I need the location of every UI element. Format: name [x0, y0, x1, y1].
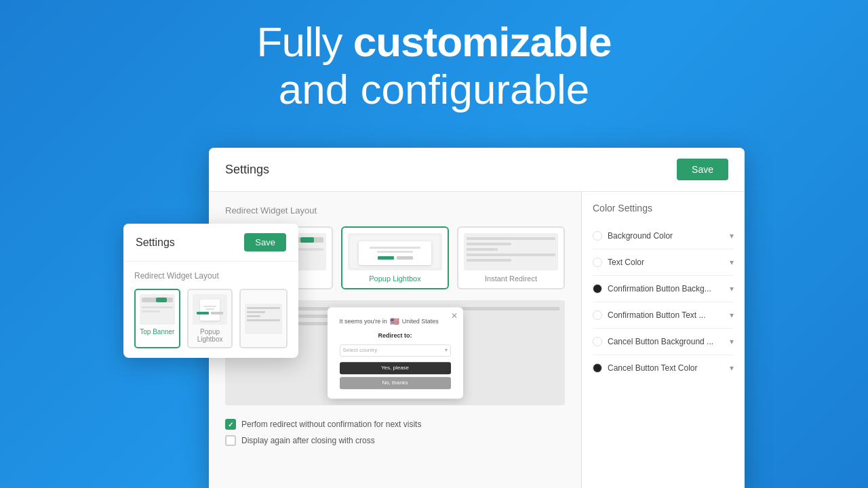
- ssp-top-banner-label: Top Banner: [140, 328, 174, 336]
- popup-modal-select[interactable]: Select country ▾: [340, 344, 451, 357]
- main-save-button[interactable]: Save: [677, 159, 728, 180]
- cancel-bg-dot: [593, 337, 602, 346]
- confirm-text-chevron: ▾: [730, 310, 734, 320]
- hero-line1: Fully customizable: [0, 19, 868, 65]
- text-color-label: Text Color: [608, 258, 644, 267]
- color-row-text-left: Text Color: [593, 258, 644, 267]
- popup-inner: [359, 241, 431, 265]
- ir-line-2: [467, 243, 511, 245]
- cancel-bg-label: Cancel Button Background ...: [608, 337, 713, 346]
- ssp-header: Settings Save: [123, 224, 298, 262]
- hero-line2: and configurable: [0, 65, 868, 113]
- color-row-cancel-text-left: Cancel Button Text Color: [593, 363, 698, 373]
- layout-card-popup-lightbox[interactable]: Popup Lightbox: [341, 226, 449, 289]
- ssp-ir-line-1: [247, 307, 280, 309]
- layout-card-instant-redirect-preview: [464, 233, 558, 270]
- select-chevron-icon: ▾: [445, 348, 448, 354]
- main-panel-title: Settings: [225, 163, 269, 177]
- checkbox-row-2[interactable]: Display again after closing with cross: [225, 435, 565, 446]
- right-section: Color Settings Background Color ▾ Text C…: [582, 192, 745, 488]
- popup-yes-btn: [378, 256, 394, 260]
- ir-line-1: [467, 237, 555, 240]
- ssp-popup-label: Popup Lightbox: [193, 328, 228, 343]
- ir-line-4: [467, 253, 555, 256]
- ssp-body: Redirect Widget Layout Top Banner: [123, 262, 298, 358]
- confirm-text-label: Confirmation Button Text ...: [608, 310, 706, 320]
- ssp-ir-line-3: [247, 315, 260, 317]
- layout-card-instant-redirect-label: Instant Redirect: [485, 274, 537, 283]
- ssp-layout-row: Top Banner: [134, 289, 288, 348]
- ssp-ir-lines: [247, 307, 280, 323]
- flag-icon: 🇺🇸: [390, 317, 399, 327]
- color-row-confirm-bg[interactable]: Confirmation Button Backg... ▾: [593, 276, 734, 302]
- cancel-bg-chevron: ▾: [730, 337, 734, 346]
- text-color-chevron: ▾: [730, 258, 734, 267]
- ssp-layout-card-top-banner[interactable]: Top Banner: [134, 289, 180, 348]
- ir-lines: [467, 237, 555, 264]
- color-row-cancel-bg[interactable]: Cancel Button Background ... ▾: [593, 329, 734, 355]
- cancel-text-dot: [593, 363, 602, 373]
- ssp-instant-inner: [245, 304, 282, 334]
- popup-modal-text: It seems you're in 🇺🇸 United States: [340, 317, 451, 327]
- background-color-chevron: ▾: [730, 231, 734, 241]
- color-settings-title: Color Settings: [593, 203, 734, 214]
- text-color-dot: [593, 258, 602, 267]
- color-row-background[interactable]: Background Color ▾: [593, 223, 734, 249]
- checkbox-area: Perfom redirect without confirmation for…: [225, 413, 565, 457]
- popup-modal-redirect-label: Redirect to:: [340, 332, 451, 339]
- checkbox-2[interactable]: [225, 435, 236, 446]
- cancel-text-chevron: ▾: [730, 363, 734, 373]
- color-row-confirm-text-left: Confirmation Button Text ...: [593, 310, 706, 320]
- checkbox-2-label: Display again after closing with cross: [241, 436, 375, 445]
- background-color-dot: [593, 231, 602, 241]
- ssp-title: Settings: [136, 237, 175, 249]
- color-row-background-left: Background Color: [593, 231, 673, 241]
- hero-line1-regular: Fully: [257, 18, 353, 65]
- checkbox-1[interactable]: [225, 419, 236, 430]
- confirm-bg-label: Confirmation Button Backg...: [608, 284, 711, 293]
- small-settings-panel: Settings Save Redirect Widget Layout Top…: [123, 224, 298, 358]
- popup-btn-row: [378, 256, 413, 260]
- checkbox-1-label: Perfom redirect without confirmation for…: [241, 420, 421, 429]
- ssp-popup-inner: [193, 294, 228, 325]
- hero-line1-bold: customizable: [353, 18, 612, 65]
- background-color-label: Background Color: [608, 231, 673, 241]
- confirm-bg-dot: [593, 284, 602, 293]
- ssp-layout-card-popup[interactable]: Popup Lightbox: [187, 289, 233, 348]
- ssp-section-label: Redirect Widget Layout: [134, 271, 288, 281]
- layout-card-instant-redirect[interactable]: Instant Redirect: [457, 226, 565, 289]
- layout-card-popup-lightbox-preview: [348, 233, 442, 270]
- color-row-confirm-bg-left: Confirmation Button Backg...: [593, 284, 711, 293]
- popup-modal-yes-button[interactable]: Yes, please: [340, 362, 451, 374]
- popup-modal-no-button[interactable]: No, thanks: [340, 377, 451, 389]
- hero-section: Fully customizable and configurable: [0, 0, 868, 113]
- ssp-ir-line-4: [247, 319, 280, 321]
- ssp-top-banner-inner: [140, 294, 175, 325]
- popup-modal-text-content: It seems you're in: [340, 317, 387, 326]
- popup-modal-close[interactable]: ✕: [451, 311, 458, 321]
- cancel-text-label: Cancel Button Text Color: [608, 363, 698, 373]
- main-panel-header: Settings Save: [209, 148, 745, 192]
- select-placeholder: Select country: [343, 348, 378, 354]
- popup-no-btn: [397, 256, 413, 260]
- ir-line-5: [467, 259, 511, 262]
- color-row-cancel-bg-left: Cancel Button Background ...: [593, 337, 713, 346]
- redirect-widget-layout-label: Redirect Widget Layout: [225, 205, 565, 216]
- color-row-text[interactable]: Text Color ▾: [593, 249, 734, 276]
- confirm-bg-chevron: ▾: [730, 284, 734, 293]
- ssp-ir-line-2: [247, 311, 265, 313]
- popup-modal: ✕ It seems you're in 🇺🇸 United States Re…: [328, 307, 463, 399]
- popup-outer: [351, 236, 439, 268]
- color-row-confirm-text[interactable]: Confirmation Button Text ... ▾: [593, 302, 734, 329]
- ir-line-3: [467, 248, 498, 251]
- ssp-layout-card-instant[interactable]: [239, 289, 288, 348]
- layout-card-popup-label: Popup Lightbox: [369, 274, 420, 283]
- popup-line-2: [377, 251, 414, 253]
- tb-accent: [300, 237, 314, 243]
- ssp-save-button[interactable]: Save: [244, 233, 286, 251]
- checkbox-row-1[interactable]: Perfom redirect without confirmation for…: [225, 419, 565, 430]
- country-name: United States: [402, 317, 439, 326]
- color-row-cancel-text[interactable]: Cancel Button Text Color ▾: [593, 355, 734, 381]
- confirm-text-dot: [593, 310, 602, 320]
- popup-line-1: [370, 247, 420, 249]
